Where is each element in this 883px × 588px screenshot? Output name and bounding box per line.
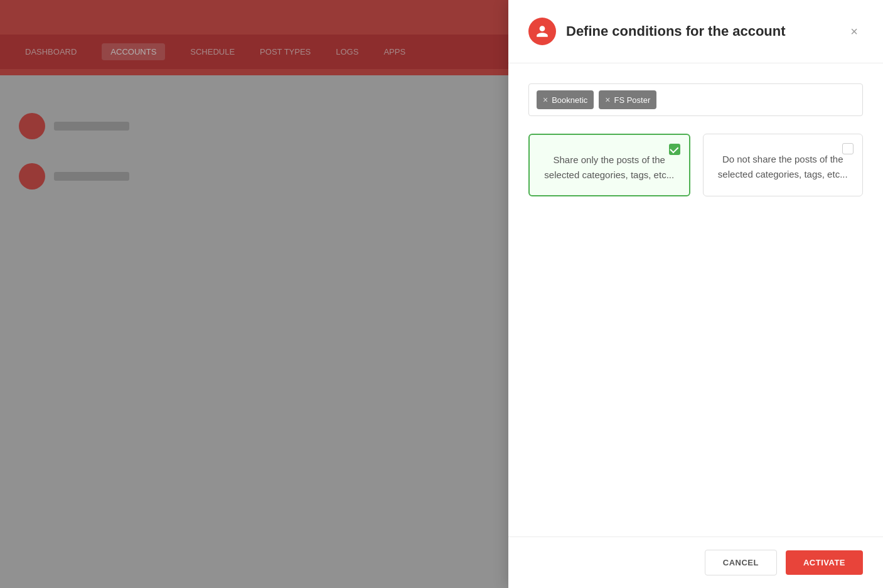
user-svg bbox=[535, 24, 549, 38]
tags-input[interactable]: × Booknetic × FS Poster bbox=[528, 83, 863, 116]
tag-booknetic-label: Booknetic bbox=[552, 95, 587, 105]
checkbox-share-only bbox=[669, 144, 680, 155]
modal-header: Define conditions for the account × bbox=[508, 0, 883, 63]
tag-booknetic-remove[interactable]: × bbox=[543, 95, 548, 104]
modal-close-button[interactable]: × bbox=[845, 23, 863, 40]
option-card-share-only-text: Share only the posts of the selected cat… bbox=[542, 152, 677, 183]
modal-footer: CANCEL ACTIVATE bbox=[508, 537, 883, 588]
option-card-do-not-share-text: Do not share the posts of the selected c… bbox=[716, 152, 850, 182]
tag-fs-poster: × FS Poster bbox=[599, 90, 656, 109]
tag-fs-poster-label: FS Poster bbox=[614, 95, 650, 105]
modal-title: Define conditions for the account bbox=[566, 23, 835, 40]
modal-panel: Define conditions for the account × × Bo… bbox=[508, 0, 883, 588]
modal-body: × Booknetic × FS Poster Share only the p… bbox=[508, 63, 883, 537]
checkbox-do-not-share bbox=[842, 143, 854, 154]
options-row: Share only the posts of the selected cat… bbox=[528, 134, 863, 196]
tag-fs-poster-remove[interactable]: × bbox=[605, 95, 610, 104]
tag-booknetic: × Booknetic bbox=[537, 90, 594, 109]
option-card-share-only[interactable]: Share only the posts of the selected cat… bbox=[528, 134, 690, 196]
option-card-do-not-share[interactable]: Do not share the posts of the selected c… bbox=[703, 134, 864, 196]
cancel-button[interactable]: CANCEL bbox=[705, 550, 777, 575]
user-icon bbox=[528, 18, 556, 45]
activate-button[interactable]: ACTIVATE bbox=[786, 550, 863, 575]
